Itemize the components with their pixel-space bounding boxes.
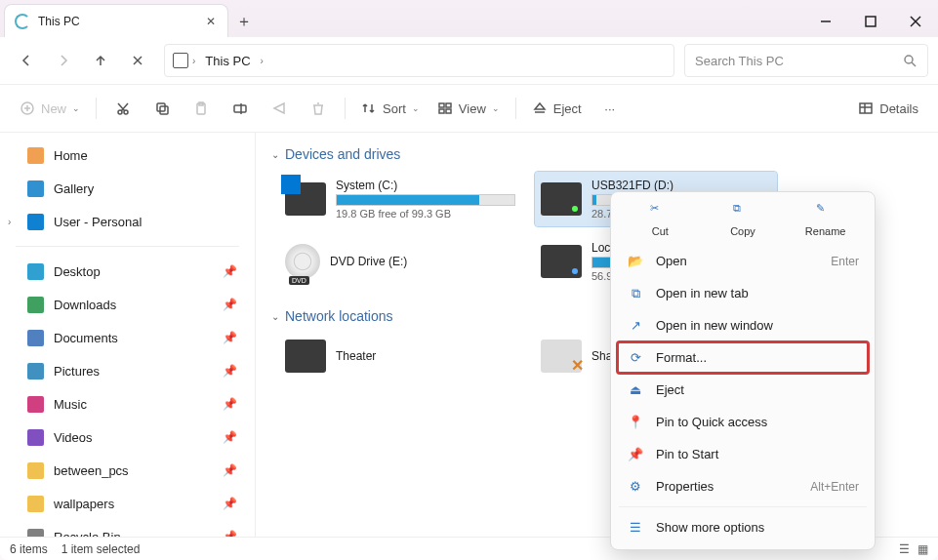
sidebar-item-pictures[interactable]: Pictures📌 [0,354,255,387]
breadcrumb-root[interactable]: This PC [199,54,256,68]
chevron-right-icon: › [192,56,195,66]
ctx-item-format-[interactable]: ⟳Format... [617,341,869,374]
rename-button[interactable] [222,92,259,125]
copy-button[interactable] [143,92,181,125]
videos-icon [27,429,44,446]
cut-button[interactable] [104,92,142,125]
chevron-down-icon: ⌄ [271,149,279,160]
address-bar: › This PC › Search This PC [0,37,938,84]
network-icon [285,340,326,373]
storage-bar [336,194,515,206]
details-button[interactable]: Details [850,92,926,125]
drive-icon [541,245,582,278]
maximize-button[interactable] [848,6,893,37]
sidebar-item-videos[interactable]: Videos📌 [0,420,255,454]
gallery-icon [27,180,44,197]
sidebar-item-home[interactable]: Home [0,139,255,172]
ctx-item-label: Open [656,254,687,268]
ctx-item-open[interactable]: 📂OpenEnter [617,245,869,277]
sidebar-item-gallery[interactable]: Gallery [0,172,255,205]
paste-button[interactable] [183,92,220,125]
delete-button[interactable] [300,92,337,125]
sidebar-item-between_pcs[interactable]: between_pcs📌 [0,454,255,487]
sidebar-item-label: wallpapers [54,497,114,511]
minimize-button[interactable] [803,6,848,37]
toolbar: New⌄ Sort⌄ View⌄ Eject ··· Details [0,84,938,133]
pin-icon: 📌 [223,364,237,378]
devices-section-header[interactable]: ⌄Devices and drives [269,140,924,168]
network-icon [541,340,582,373]
drive-icon [285,244,320,279]
ctx-copy-button[interactable]: ⧉Copy [714,202,772,237]
copy-icon: ⧉ [733,202,753,221]
pictures-icon [27,363,44,380]
sidebar-item-documents[interactable]: Documents📌 [0,321,255,354]
share-button[interactable] [261,92,298,125]
close-tab-icon[interactable]: ✕ [204,13,218,30]
sidebar-item-label: between_pcs [54,463,129,478]
drive-icon [285,182,326,216]
this-pc-icon [15,14,30,29]
sidebar-item-downloads[interactable]: Downloads📌 [0,288,255,321]
svg-rect-21 [439,103,444,107]
view-button[interactable]: View⌄ [429,92,508,125]
ctx-item-properties[interactable]: ⚙PropertiesAlt+Enter [617,470,869,502]
network-name: Theater [336,349,376,363]
props-icon: ⚙ [627,479,644,494]
svg-point-6 [905,56,913,63]
new-tab-button[interactable]: ＋ [228,6,260,37]
item-count: 6 items [10,542,48,556]
network-item[interactable]: Theater [279,334,521,379]
ctx-item-open-in-new-tab[interactable]: ⧉Open in new tab [617,277,869,309]
pin-icon: 📌 [223,463,237,477]
sidebar-item-wallpapers[interactable]: wallpapers📌 [0,487,255,520]
chevron-right-icon: › [8,217,11,227]
sidebar-item-label: Pictures [54,364,100,379]
search-input[interactable]: Search This PC [684,44,928,77]
ctx-item-eject[interactable]: ⏏Eject [617,374,869,406]
up-button[interactable] [84,44,117,77]
sidebar-item-music[interactable]: Music📌 [0,387,255,420]
sort-button[interactable]: Sort⌄ [353,92,428,125]
svg-rect-25 [860,103,872,113]
ctx-rename-button[interactable]: ✎Rename [796,202,855,237]
drive-item[interactable]: DVD Drive (E:) [279,234,521,289]
ctx-item-open-in-new-window[interactable]: ↗Open in new window [617,309,869,341]
ctx-cut-button[interactable]: ✂Cut [631,202,689,237]
ctx-item-pin-to-quick-access[interactable]: 📍Pin to Quick access [617,406,869,438]
ctx-item-label: Open in new tab [656,286,749,300]
sidebar-item-label: Recycle Bin [54,530,121,538]
newwin-icon: ↗ [627,318,644,333]
svg-rect-19 [234,105,246,112]
more-button[interactable]: ··· [591,92,629,125]
pin-icon: 📌 [223,397,237,411]
selection-count: 1 item selected [61,542,141,556]
ctx-item-pin-to-start[interactable]: 📌Pin to Start [617,438,869,470]
tab-this-pc[interactable]: This PC ✕ [4,4,228,37]
svg-rect-24 [446,109,451,113]
music-icon [27,396,44,413]
shortcut-hint: Alt+Enter [810,480,859,494]
ctx-item-show-more-options[interactable]: ☰Show more options [617,511,869,543]
forward-button[interactable] [47,44,80,77]
thumbnails-view-icon[interactable]: ▦ [918,542,928,556]
eject-button[interactable]: Eject [524,92,590,125]
downloads-icon [27,297,44,313]
new-button[interactable]: New⌄ [12,92,88,125]
ctx-item-label: Pin to Start [656,447,718,461]
back-button[interactable] [10,44,43,77]
ctx-item-label: Format... [656,350,707,365]
pin-icon: 📌 [223,264,237,278]
svg-rect-16 [160,106,168,114]
pc-icon [173,53,188,68]
sidebar-item-desktop[interactable]: Desktop📌 [0,255,255,288]
drive-item[interactable]: System (C:)19.8 GB free of 99.3 GB [279,172,521,226]
details-view-icon[interactable]: ☰ [899,542,910,556]
close-button[interactable] [893,6,938,37]
refresh-button[interactable] [121,44,154,77]
chevron-down-icon: ⌄ [271,311,279,322]
home-icon [27,147,44,164]
sidebar-item-recycle bin[interactable]: Recycle Bin📌 [0,520,255,537]
breadcrumb-bar[interactable]: › This PC › [164,44,674,77]
sidebar-item-user - personal[interactable]: ›User - Personal [0,205,255,238]
